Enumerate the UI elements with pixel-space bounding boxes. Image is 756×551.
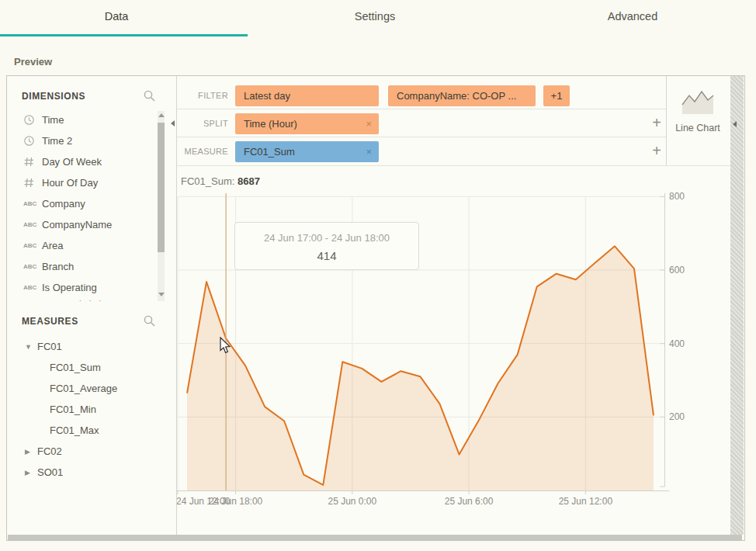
measure-label: FC01_Average	[50, 383, 117, 394]
dimensions-scrollbar-thumb[interactable]	[158, 123, 165, 252]
measure-label: FC01_Min	[50, 404, 96, 415]
measures-list: ▼FC01FC01_SumFC01_AverageFC01_MinFC01_Ma…	[6, 336, 157, 483]
scroll-up-icon[interactable]	[158, 113, 165, 117]
svg-text:25 Jun 12:00: 25 Jun 12:00	[559, 496, 613, 507]
dimension-item[interactable]: ABCIs Operating	[6, 277, 157, 298]
measure-item[interactable]: ▼FC01	[6, 336, 157, 357]
search-icon[interactable]	[143, 314, 156, 330]
dimension-label: Day Of Week	[42, 156, 102, 168]
add-measure-button[interactable]: +	[649, 141, 664, 162]
dimension-item[interactable]: Time	[6, 109, 157, 130]
svg-text:25 Jun 6:00: 25 Jun 6:00	[445, 496, 494, 507]
abc-icon: ABC	[23, 200, 42, 207]
pill-label: Time (Hour)	[244, 118, 297, 130]
dimension-item[interactable]: ABCBranch	[6, 256, 157, 277]
dimension-label: Time 2	[42, 135, 72, 147]
add-split-button[interactable]: +	[649, 113, 664, 134]
dimensions-title: DIMENSIONS	[22, 91, 85, 102]
pill-label: Latest day	[244, 90, 290, 102]
svg-text:25 Jun 0:00: 25 Jun 0:00	[328, 496, 376, 507]
preview-label: Preview	[14, 56, 52, 68]
query-bar-bottom-divider	[177, 165, 743, 166]
pill-label: FC01_Sum	[244, 146, 295, 158]
hash-icon	[23, 156, 42, 168]
dimensions-list: TimeTime 2Day Of WeekHour Of DayABCCompa…	[6, 109, 157, 298]
filter-row-label: FILTER	[177, 91, 228, 100]
horizontal-scrollbar[interactable]	[8, 535, 742, 540]
dimension-item[interactable]: ABCCompany	[6, 193, 157, 214]
caret-down-icon[interactable]: ▼	[25, 343, 37, 351]
dimension-label: Area	[42, 240, 63, 251]
line-chart-icon	[680, 87, 716, 121]
pill-label: +1	[551, 90, 563, 102]
hash-icon	[23, 177, 42, 189]
collapse-right-icon[interactable]	[733, 121, 737, 127]
active-tab-underline	[0, 34, 248, 36]
vertical-scrollbar[interactable]	[730, 76, 744, 535]
caret-right-icon[interactable]: ▶	[25, 469, 37, 476]
dimension-item[interactable]: ABCCompanyName	[6, 214, 157, 235]
filter-pill[interactable]: CompanyName: CO-OP ...	[388, 85, 536, 106]
pill-label: CompanyName: CO-OP ...	[397, 90, 516, 102]
vis-selector-label: Line Chart	[666, 123, 730, 133]
dimension-label: CompanyName	[42, 219, 112, 230]
chart-total-value: 8687	[238, 175, 260, 187]
measures-header: MEASURES	[6, 316, 176, 327]
tooltip-time-range: 24 Jun 17:00 - 24 Jun 18:00	[235, 232, 418, 244]
svg-text:800: 800	[669, 191, 685, 202]
abc-icon: ABC	[23, 263, 42, 270]
svg-text:400: 400	[669, 338, 685, 349]
dimension-label: Hour Of Day	[42, 177, 98, 189]
dimension-item[interactable]: Day Of Week	[6, 151, 157, 172]
chart-measure-label: FC01_Sum:	[181, 175, 234, 187]
split-pill[interactable]: Time (Hour)×	[235, 113, 379, 134]
measure-item[interactable]: ▶FC02	[6, 441, 157, 462]
abc-icon: ABC	[23, 284, 42, 291]
app-window: Data Settings Advanced Preview DIMENSION…	[0, 0, 756, 551]
measure-label: FC01_Sum	[50, 362, 101, 373]
tab-data[interactable]: Data	[31, 10, 202, 23]
svg-text:600: 600	[669, 265, 685, 276]
abc-icon: ABC	[23, 242, 42, 249]
remove-icon[interactable]: ×	[366, 113, 372, 134]
tab-settings[interactable]: Settings	[290, 10, 460, 23]
dimension-label: Company	[42, 198, 85, 210]
measure-label: FC01_Max	[50, 425, 99, 436]
measure-item[interactable]: FC01_Max	[6, 420, 157, 441]
tab-advanced[interactable]: Advanced	[547, 10, 718, 23]
panel-resize-handle[interactable]: · · ·	[6, 296, 176, 305]
tooltip-value: 414	[235, 249, 418, 262]
vis-selector-line-chart[interactable]	[666, 76, 730, 165]
remove-icon[interactable]: ×	[366, 141, 372, 162]
measure-item[interactable]: ▶SO01	[6, 462, 157, 483]
measure-item[interactable]: FC01_Sum	[6, 357, 157, 378]
dimension-item[interactable]: Time 2	[6, 130, 157, 151]
dimension-item[interactable]: ABCArea	[6, 235, 157, 256]
filter-pill[interactable]: +1	[543, 85, 570, 106]
abc-icon: ABC	[23, 221, 42, 228]
svg-text:24 Jun 18:00: 24 Jun 18:00	[209, 496, 263, 507]
dimension-label: Is Operating	[42, 282, 97, 293]
measure-item[interactable]: FC01_Average	[6, 378, 157, 399]
clock-icon	[23, 135, 42, 147]
measure-label: FC02	[37, 445, 62, 457]
dimensions-header: DIMENSIONS	[6, 91, 176, 102]
search-icon[interactable]	[143, 89, 156, 105]
mouse-cursor	[219, 337, 233, 359]
caret-right-icon[interactable]: ▶	[25, 448, 37, 456]
measure-row-label: MEASURE	[177, 147, 228, 156]
row-divider	[177, 109, 666, 109]
measure-label: SO01	[37, 466, 63, 478]
clock-icon	[23, 114, 42, 126]
chart-tooltip: 24 Jun 17:00 - 24 Jun 18:00 414	[234, 222, 419, 270]
svg-text:200: 200	[669, 411, 685, 422]
collapse-left-icon[interactable]	[171, 120, 175, 126]
measure-item[interactable]: FC01_Min	[6, 399, 157, 420]
measures-title: MEASURES	[22, 316, 78, 327]
split-row-label: SPLIT	[177, 119, 228, 128]
dimension-item[interactable]: Hour Of Day	[6, 172, 157, 193]
filter-pill[interactable]: Latest day	[235, 85, 379, 106]
row-divider	[177, 137, 666, 137]
dimension-label: Branch	[42, 261, 74, 272]
measure-pill[interactable]: FC01_Sum×	[235, 141, 379, 162]
